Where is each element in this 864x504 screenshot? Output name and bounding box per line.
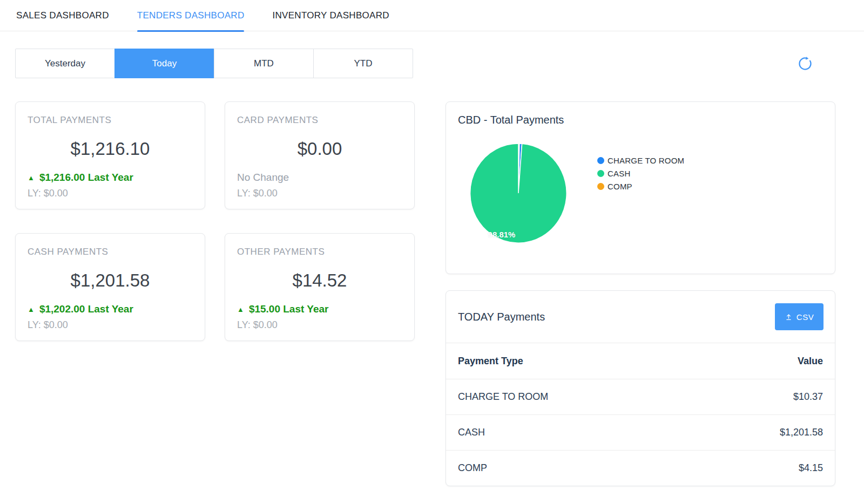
stat-delta: No Change [237,172,402,183]
filter-row: Yesterday Today MTD YTD [15,49,849,78]
table-row[interactable]: CHARGE TO ROOM $10.37 [446,379,835,414]
stat-value: $1,216.10 [28,139,193,159]
stat-delta: ▲ $1,216.00 Last Year [28,172,193,183]
payment-type-cell: CHARGE TO ROOM [458,391,548,403]
stat-delta-text: $1,216.00 Last Year [39,172,133,183]
stat-delta: ▲ $1,202.00 Last Year [28,303,193,315]
stat-delta-text: $1,202.00 Last Year [39,303,133,315]
tab-tenders-dashboard[interactable]: TENDERS DASHBOARD [137,0,245,31]
up-arrow-icon: ▲ [28,174,35,182]
stat-last-year: LY: $0.00 [28,188,193,199]
stat-label: CARD PAYMENTS [237,115,402,126]
card-payments-card: CARD PAYMENTS $0.00 No Change LY: $0.00 [225,101,415,209]
table-row[interactable]: COMP $4.15 [446,450,835,486]
table-row[interactable]: CASH $1,201.58 [446,414,835,450]
table-title: TODAY Payments [458,311,545,323]
filter-mtd-button[interactable]: MTD [214,49,314,78]
stat-last-year: LY: $0.00 [237,188,402,199]
stat-label: CASH PAYMENTS [28,247,193,257]
legend-dot-green [597,170,604,177]
refresh-icon [796,55,814,72]
legend-dot-orange [597,183,604,190]
csv-export-button[interactable]: CSV [775,303,824,330]
tab-sales-dashboard[interactable]: SALES DASHBOARD [16,0,109,31]
payment-type-cell: CASH [458,427,485,438]
payments-table-card: TODAY Payments CSV Pa [446,290,835,486]
upload-icon [785,313,793,321]
cash-payments-card: CASH PAYMENTS $1,201.58 ▲ $1,202.00 Last… [15,233,205,341]
main-content: TOTAL PAYMENTS $1,216.10 ▲ $1,216.00 Las… [15,101,849,486]
stat-delta-text: $15.00 Last Year [249,303,329,315]
legend-dot-blue [597,157,604,164]
stat-label: TOTAL PAYMENTS [28,115,193,126]
up-arrow-icon: ▲ [237,305,244,314]
stat-value: $1,201.58 [28,270,193,291]
column-header-payment-type: Payment Type [458,356,523,367]
pie-chart [468,141,569,246]
value-cell: $10.37 [793,391,823,403]
legend-label: CHARGE TO ROOM [608,156,684,165]
right-column: CBD - Total Payments 98.81% CHARGE TO RO… [446,101,835,486]
date-range-button-group: Yesterday Today MTD YTD [15,49,413,78]
legend-item-cash[interactable]: CASH [597,167,684,180]
legend-label: COMP [608,182,632,191]
stat-label: OTHER PAYMENTS [237,247,402,257]
stat-last-year: LY: $0.00 [237,319,402,331]
pie-chart-card: CBD - Total Payments 98.81% CHARGE TO RO… [446,101,835,274]
stat-value: $0.00 [237,139,402,159]
total-payments-card: TOTAL PAYMENTS $1,216.10 ▲ $1,216.00 Las… [15,101,205,209]
stat-last-year: LY: $0.00 [28,319,193,331]
stat-delta: ▲ $15.00 Last Year [237,303,402,315]
legend-item-comp[interactable]: COMP [597,180,684,193]
legend-label: CASH [608,169,630,178]
refresh-button[interactable] [796,55,814,73]
table-column-header-row: Payment Type Value [446,343,835,379]
pie-legend: CHARGE TO ROOM CASH COMP [597,154,684,193]
other-payments-card: OTHER PAYMENTS $14.52 ▲ $15.00 Last Year… [225,233,415,341]
pie-percentage-label: 98.81% [488,230,516,239]
legend-item-charge-to-room[interactable]: CHARGE TO ROOM [597,154,684,167]
filter-ytd-button[interactable]: YTD [313,49,413,78]
value-cell: $1,201.58 [780,427,823,438]
csv-button-label: CSV [796,312,814,322]
pie-chart-title: CBD - Total Payments [458,114,823,126]
table-header: TODAY Payments CSV [446,291,835,343]
filter-today-button[interactable]: Today [114,49,214,78]
stat-delta-text: No Change [237,172,289,183]
column-header-value: Value [798,356,823,367]
payment-type-cell: COMP [458,462,487,474]
dashboard-tabbar: SALES DASHBOARD TENDERS DASHBOARD INVENT… [0,0,864,31]
value-cell: $4.15 [799,462,823,474]
stat-value: $14.52 [237,270,402,291]
filter-yesterday-button[interactable]: Yesterday [15,49,115,78]
tab-inventory-dashboard[interactable]: INVENTORY DASHBOARD [272,0,389,31]
stat-cards-grid: TOTAL PAYMENTS $1,216.10 ▲ $1,216.00 Las… [15,101,415,341]
pie-slice[interactable] [470,144,567,243]
up-arrow-icon: ▲ [28,305,35,314]
